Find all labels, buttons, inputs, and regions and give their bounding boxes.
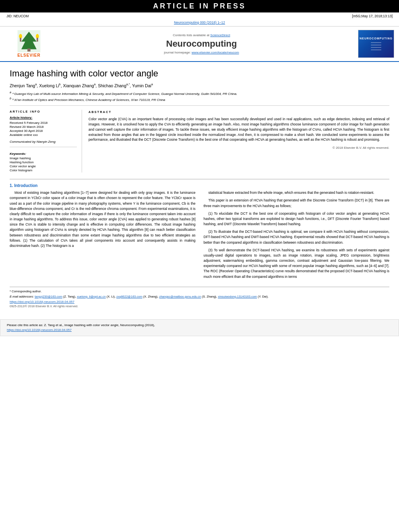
email-tang[interactable]: tangzj230@163.com — [35, 295, 62, 298]
author-zhang-s: Shichao Zhang — [98, 83, 126, 88]
author-dai: Yumin Dai — [132, 83, 151, 88]
copyright-footer: 0925-2312/© 2018 Elsevier B.V. All right… — [10, 304, 389, 308]
header-right: NEUROCOMPUTING ════════════════════════ — [350, 30, 394, 58]
header-section: ELSEVIER Contents lists available at Sci… — [0, 27, 399, 62]
keywords-divider: Keywords: Image hashing Hashing function… — [10, 147, 77, 172]
email-dai[interactable]: xinsuiwodong.13140163.com — [218, 295, 257, 298]
journal-volume-link[interactable]: Neurocomputing 000 (2018) 1–12 — [174, 21, 225, 25]
citation-text: Please cite this article as: Z. Tang et … — [7, 323, 155, 327]
communicated-by: Communicated by Nianyin Zeng — [10, 140, 77, 144]
keywords-section: Keywords: Image hashing Hashing function… — [10, 152, 77, 172]
abstract-column: ABSTRACT Color vector angle (CVA) is an … — [88, 110, 389, 173]
article-info-column: ARTICLE INFO Article history: Received 5… — [10, 110, 82, 173]
available-date: Available online xxx — [10, 133, 77, 137]
article-history: Article history: Received 5 February 201… — [10, 116, 77, 137]
homepage-url-link[interactable]: www.elsevier.com/locate/neucom — [191, 51, 239, 54]
elsevier-brand-text: ELSEVIER — [17, 53, 40, 58]
abstract-heading: ABSTRACT — [88, 110, 389, 114]
intro-right-col: statistical feature extracted from the w… — [204, 190, 389, 282]
intro-para-r1: statistical feature extracted from the w… — [204, 190, 389, 195]
history-label: Article history: — [10, 116, 77, 119]
intro-para-r4: (2) To illustrate that the DCT-based HCV… — [204, 229, 389, 245]
author-zhang-x: Xianquan Zhang — [63, 83, 94, 88]
svg-rect-5 — [20, 38, 21, 41]
intro-para-r5: (3) To well demonstrate the DCT-based HC… — [204, 248, 389, 279]
doi-link[interactable]: https://doi.org/10.1016/j.neucom.2018.04… — [10, 300, 389, 304]
keywords-label: Keywords: — [10, 152, 77, 156]
email-line: E-mail addresses: tangzj230@163.com (Z. … — [10, 295, 389, 298]
svg-rect-6 — [37, 38, 38, 41]
article-in-press-banner: ARTICLE IN PRESS — [0, 0, 399, 12]
contents-available-label: Contents lists available at ScienceDirec… — [53, 33, 350, 37]
main-content: Image hashing with color vector angle Zh… — [0, 62, 399, 314]
article-info-heading: ARTICLE INFO — [10, 110, 77, 113]
cover-title: NEUROCOMPUTING — [360, 37, 393, 40]
info-abstract-section: ARTICLE INFO Article history: Received 5… — [10, 105, 389, 173]
elsevier-logo: ELSEVIER — [5, 30, 53, 58]
keyword-4: Color histogram — [10, 168, 77, 172]
footnote-area: * Corresponding author. E-mail addresses… — [10, 287, 389, 308]
email-zhang-x[interactable]: zxq6622@163.com — [116, 295, 142, 298]
svg-rect-2 — [27, 49, 31, 52]
author-li: Xuelong Li — [39, 83, 59, 88]
intro-para-1: Most of existing image hashing algorithm… — [10, 190, 195, 249]
received-date: Received 5 February 2018 — [10, 121, 77, 125]
article-title: Image hashing with color vector angle — [10, 68, 389, 79]
cover-lines: ════════════════════════ — [371, 41, 381, 51]
email-zhang-s[interactable]: zhangsc@mailbox.gxnu.edu.cn — [159, 295, 201, 298]
affiliation-b: b ᵇ Xi’an Institute of Optics and Precis… — [10, 97, 389, 102]
date-info: [m5G;May 17, 2018;13:13] — [352, 14, 393, 18]
journal-link-bar: Neurocomputing 000 (2018) 1–12 — [0, 20, 399, 27]
keyword-2: Hashing function — [10, 160, 77, 164]
science-direct-link[interactable]: ScienceDirect — [210, 33, 230, 37]
top-meta: JID: NEUCOM [m5G;May 17, 2018;13:13] — [0, 12, 399, 20]
citation-bar: Please cite this article as: Z. Tang et … — [0, 319, 399, 336]
authors-line: Zhenjun Tanga, Xuelong Lib, Xianquan Zha… — [10, 83, 389, 88]
intro-para-r2: This paper is an extension of HCVA hashi… — [204, 198, 389, 208]
jid-label: JID: NEUCOM — [6, 14, 29, 18]
corresponding-author: * Corresponding author. — [10, 290, 389, 293]
accepted-date: Accepted 30 April 2018 — [10, 129, 77, 133]
citation-doi-link[interactable]: https://doi.org/10.1016/j.neucom.2018.04… — [7, 328, 392, 333]
email-label: E-mail addresses: — [10, 295, 34, 298]
affiliations: a ᵃ Guangxi Key Lab of Multi-source Info… — [10, 90, 389, 103]
elsevier-tree-icon — [17, 30, 41, 52]
introduction-section: 1. Introduction Most of existing image h… — [10, 179, 389, 282]
introduction-heading: 1. Introduction — [10, 183, 389, 188]
affiliation-a: a ᵃ Guangxi Key Lab of Multi-source Info… — [10, 90, 389, 96]
introduction-two-col: Most of existing image hashing algorithm… — [10, 190, 389, 282]
intro-left-col: Most of existing image hashing algorithm… — [10, 190, 195, 282]
keyword-3: Color vector angle — [10, 164, 77, 168]
abstract-text: Color vector angle (CVA) is an important… — [88, 117, 389, 142]
abstract-copyright: © 2018 Elsevier B.V. All rights reserved… — [88, 146, 389, 150]
journal-cover-image: NEUROCOMPUTING ════════════════════════ — [358, 30, 394, 58]
keyword-1: Image hashing — [10, 156, 77, 160]
author-tang: Zhenjun Tang — [10, 83, 35, 88]
journal-title: Neurocomputing — [53, 39, 350, 49]
header-left: ELSEVIER — [5, 30, 53, 58]
revised-date: Revised 20 March 2018 — [10, 125, 77, 129]
journal-homepage: journal homepage: www.elsevier.com/locat… — [53, 51, 350, 54]
intro-para-r3: (1) To elucidate the DCT is the best one… — [204, 211, 389, 227]
email-li[interactable]: xuelong_li@opt.ac.cn — [77, 295, 106, 298]
header-center: Contents lists available at ScienceDirec… — [53, 33, 350, 54]
